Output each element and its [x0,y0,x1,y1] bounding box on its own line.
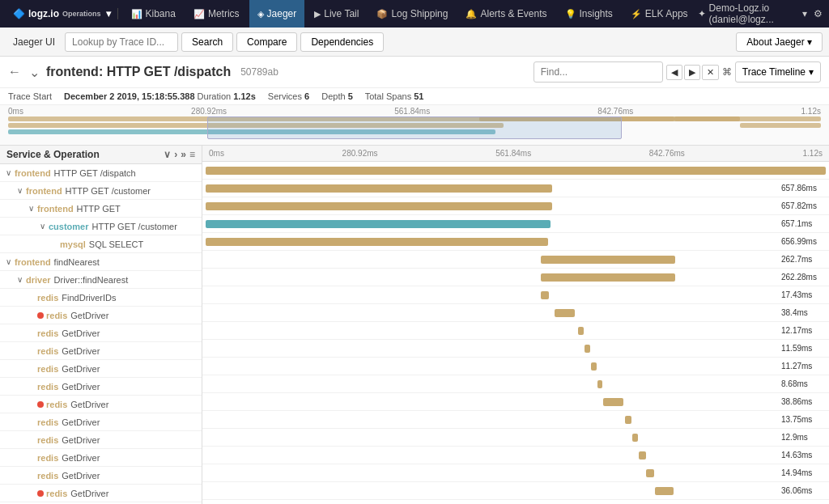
service-name: redis [37,328,58,338]
logo-text: logz.io [28,8,59,19]
span-bar-container [206,201,778,212]
service-row[interactable]: ∨customerHTTP GET /customer [0,218,202,235]
find-x[interactable]: ✕ [702,65,719,80]
span-toggle[interactable]: ∨ [26,204,36,213]
filter-icon[interactable]: ≡ [189,149,195,160]
service-name: customer [49,222,89,231]
nav-alerts[interactable]: 🔔 Alerts & Events [457,0,555,28]
logo[interactable]: 🔷 logz.io Operations ▾ [6,8,118,19]
timeline-row[interactable]: 38.86ms [202,393,829,411]
timeline-row[interactable]: 13.75ms [202,411,829,429]
timeline-row[interactable] [202,162,829,180]
timeline-row[interactable]: 656.99ms [202,233,829,251]
service-row[interactable]: redisGetDriver [0,467,202,485]
service-row[interactable]: ∨frontendHTTP GET /customer [0,182,202,200]
timeline-row[interactable]: 11.59ms [202,340,829,358]
service-row[interactable]: ∨frontendHTTP GET [0,200,202,218]
timeline-row[interactable]: 14.63ms [202,447,829,464]
service-row[interactable]: redisGetDriver [0,324,202,342]
timeline-row[interactable]: 16.59ms [202,500,829,504]
span-bar-container [206,485,778,497]
timeline-row[interactable]: 38.4ms [202,304,829,322]
service-row[interactable]: ∨frontendHTTP GET /dispatch [0,164,202,182]
service-row[interactable]: redisGetDriver [0,449,202,467]
timeline-row[interactable]: 12.17ms [202,322,829,340]
service-row[interactable]: ∨driverDriver::findNearest [0,271,202,289]
service-row[interactable]: redisFindDriverIDs [0,289,202,307]
span-bar [597,380,602,388]
timeline-row[interactable]: 17.43ms [202,286,829,304]
service-name: redis [37,364,58,374]
service-row[interactable]: redisGetDriver [0,485,202,502]
overview-bar-6 [740,123,821,128]
span-bar [585,345,590,353]
trace-start-value: December 2 2019, 15:18:55.388 [64,91,194,101]
service-name: redis [37,453,58,463]
depth-value: 5 [348,91,353,101]
timeline-row[interactable]: 657.1ms [202,215,829,233]
service-row[interactable]: redisGetDriver [0,307,202,324]
service-row[interactable]: redisGetDriver [0,413,202,431]
sort-icon[interactable]: » [181,149,186,160]
timeline-row[interactable]: 36.06ms [202,482,829,500]
tick-1: 280.92ms [191,107,227,116]
service-row[interactable]: ∨frontendfindNearest [0,253,202,271]
nav-jaeger[interactable]: ◈ Jaeger [249,0,305,28]
expand-all-icon[interactable]: › [174,149,177,160]
about-jaeger-button[interactable]: About Jaeger ▾ [736,32,823,52]
service-row[interactable]: redisGetDriver [0,360,202,378]
view-mode-button[interactable]: Trace Timeline ▾ [735,61,821,83]
timeline-row[interactable]: 262.7ms [202,251,829,269]
span-bar-container [206,254,778,265]
span-bar-container [206,343,778,354]
user-name[interactable]: Demo-Logz.io (daniel@logz... [709,2,799,25]
service-row[interactable]: redisGetDriver [0,396,202,413]
totalspans-label: Total Spans 51 [365,91,424,101]
nav-elkapps[interactable]: ⚡ ELK Apps [623,0,696,28]
nav-logshipping[interactable]: 📦 Log Shipping [368,0,456,28]
service-row[interactable]: redisGetDriver [0,342,202,360]
find-arrows: ◀ ▶ ✕ [666,65,719,80]
timeline-row[interactable]: 12.9ms [202,429,829,447]
compare-button[interactable]: Compare [236,32,297,52]
service-row[interactable]: redisGetDriver [0,431,202,449]
find-prev[interactable]: ◀ [666,65,682,80]
span-duration: 36.06ms [781,486,826,495]
trace-id-input[interactable] [65,32,178,52]
service-name: redis [37,293,58,303]
timeline-row[interactable]: 8.68ms [202,375,829,393]
nav-metrics[interactable]: 📈 Metrics [185,0,248,28]
service-col-title: Service & Operation [6,149,100,160]
nav-kibana[interactable]: 📊 Kibana [123,0,184,28]
find-input[interactable] [534,61,663,83]
find-next[interactable]: ▶ [684,65,700,80]
timeline-tick-3: 842.76ms [649,149,685,158]
span-toggle[interactable]: ∨ [3,257,13,266]
span-duration: 657.1ms [781,219,826,228]
span-toggle[interactable]: ∨ [3,168,13,177]
settings-icon[interactable]: ⚙ [814,8,823,19]
view-label: Trace Timeline [742,66,806,78]
service-row[interactable]: redisGetDriver [0,378,202,396]
expand-arrow[interactable]: ⌄ [29,65,40,80]
collapse-all-icon[interactable]: ∨ [164,149,171,160]
tick-4: 1.12s [801,107,820,116]
nav-insights[interactable]: 💡 Insights [557,0,621,28]
timeline-row[interactable]: 14.94ms [202,464,829,482]
nav-livetail[interactable]: ▶ Live Tail [306,0,367,28]
span-toggle[interactable]: ∨ [15,275,24,284]
back-arrow[interactable]: ← [8,65,21,79]
timeline-row[interactable]: 262.28ms [202,269,829,286]
operation-name: HTTP GET /customer [66,186,151,196]
timeline-row[interactable]: 657.86ms [202,180,829,197]
operation-name: GetDriver [62,471,100,481]
span-toggle[interactable]: ∨ [15,186,24,195]
span-toggle[interactable]: ∨ [37,222,47,231]
timeline-row[interactable]: 657.82ms [202,197,829,215]
service-row[interactable]: mysqlSQL SELECT [0,235,202,253]
timeline-row[interactable]: 11.27ms [202,358,829,375]
search-button[interactable]: Search [181,32,233,52]
dependencies-button[interactable]: Dependencies [300,32,384,52]
timeline-selection[interactable] [207,116,622,139]
about-jaeger[interactable]: About Jaeger ▾ [736,32,823,52]
